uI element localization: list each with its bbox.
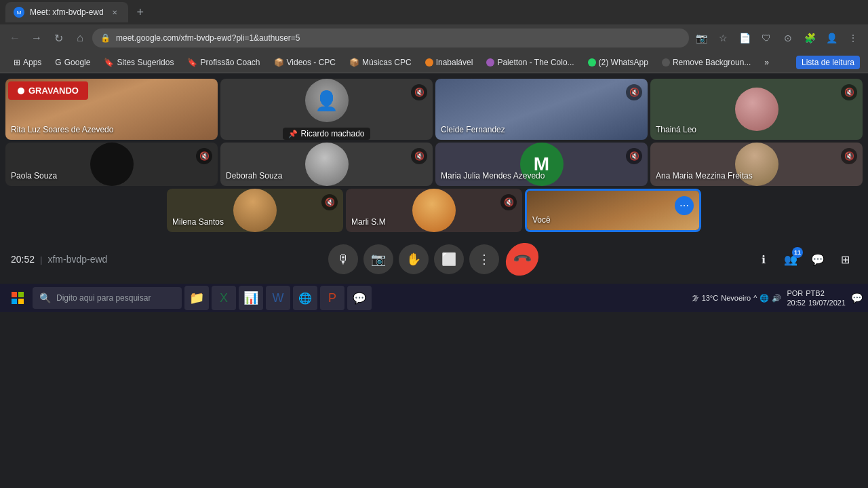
bookmark-inab[interactable]: Inabalável xyxy=(420,56,479,69)
bookmark-more[interactable]: » xyxy=(759,56,774,69)
cam-button[interactable]: 📷 xyxy=(363,244,393,274)
shield-button[interactable]: 🛡 xyxy=(757,29,776,48)
toolbar-center: 🎙 📷 ✋ ⬜ ⋮ 📞 xyxy=(328,244,540,274)
ricardo-name-badge: 📌 Ricardo machado xyxy=(283,128,370,140)
cleide-mute-icon: 🔇 xyxy=(626,84,642,100)
bookmark-musicas[interactable]: 📦 Músicas CPC xyxy=(344,56,417,69)
people-count: 11 xyxy=(792,247,803,258)
tile-deborah[interactable]: 🔇 Deborah Souza xyxy=(220,143,433,186)
voce-options-button[interactable]: ⋯ xyxy=(675,196,694,215)
recording-label: GRAVANDO xyxy=(28,86,79,96)
voce-name: Você xyxy=(532,215,551,225)
tray-expand[interactable]: ^ xyxy=(753,294,757,302)
extensions-button[interactable]: 🧩 xyxy=(800,29,819,48)
tab-title: Meet: xfm-bvdp-ewd xyxy=(30,7,104,17)
taskbar-apps: 📁 X 📊 W 🌐 P 💬 xyxy=(184,286,372,310)
raise-hand-button[interactable]: ✋ xyxy=(399,244,429,274)
ricardo-content: 👤 📌 Ricardo machado xyxy=(283,79,370,140)
taskbar-app-powerpoint[interactable]: P xyxy=(320,286,344,310)
paletton-dot xyxy=(486,58,494,67)
network-icon: 🌐 xyxy=(760,294,769,303)
grid-row-1: Rita Luz Soares de Azevedo 🔇 👤 📌 Ricardo… xyxy=(5,79,863,140)
tile-cleide[interactable]: 🔇 Cleide Fernandez xyxy=(435,79,648,140)
bookmark-google[interactable]: G Google xyxy=(50,56,96,69)
clock-time: 20:52 xyxy=(787,298,806,307)
marli-avatar xyxy=(412,189,456,232)
bookmark-whatsapp-label: (2) WhatsApp xyxy=(599,58,648,67)
camera-button[interactable]: 📷 xyxy=(692,29,711,48)
clock-date: 19/07/2021 xyxy=(808,298,846,307)
new-tab-button[interactable]: + xyxy=(131,3,150,22)
svg-rect-2 xyxy=(12,299,17,304)
taskbar-app-whatsapp[interactable]: 💬 xyxy=(347,286,372,310)
bookmarks-bar: ⊞ Apps G Google 🔖 Sites Sugeridos 🔖 Prof… xyxy=(0,52,868,73)
tab-favicon: M xyxy=(14,7,24,18)
people-button[interactable]: 👥 11 xyxy=(778,247,803,271)
google-icon: G xyxy=(55,58,61,67)
app3-icon: 📊 xyxy=(243,290,258,305)
tile-milena[interactable]: 🔇 Milena Santos xyxy=(167,189,343,232)
ricardo-mute-icon: 🔇 xyxy=(411,84,427,100)
address-bar[interactable]: 🔒 meet.google.com/xfm-bvdp-ewd?pli=1&aut… xyxy=(92,29,689,48)
bookmark-star-button[interactable]: ☆ xyxy=(713,29,732,48)
tile-thaina[interactable]: 🔇 Thainá Leo xyxy=(650,79,863,140)
tile-voce[interactable]: ⋯ Você xyxy=(525,189,701,232)
taskbar-app-app3[interactable]: 📊 xyxy=(239,286,263,310)
bookmark-profissao-label: Profissão Coach xyxy=(200,58,260,67)
bookmark-lista[interactable]: Lista de leitura xyxy=(796,56,860,69)
profile-button[interactable]: 👤 xyxy=(822,29,841,48)
refresh-button[interactable]: ↻ xyxy=(49,29,68,48)
tile-ricardo[interactable]: 🔇 👤 📌 Ricardo machado xyxy=(220,79,433,140)
start-button[interactable] xyxy=(5,286,30,310)
back-button[interactable]: ← xyxy=(5,29,24,48)
info-button[interactable]: ℹ xyxy=(751,247,776,271)
meeting-time: 20:52 xyxy=(11,254,35,265)
recording-badge: GRAVANDO xyxy=(8,81,88,100)
mic-button[interactable]: 🎙 xyxy=(328,244,358,274)
tile-paola[interactable]: 🔇 Paola Souza xyxy=(5,143,218,186)
deborah-mute-icon: 🔇 xyxy=(411,148,427,164)
sites-icon: 🔖 xyxy=(104,58,114,67)
tile-anamaria[interactable]: 🔇 Ana Maria Mezzina Freitas xyxy=(650,143,863,186)
thaina-mute-icon: 🔇 xyxy=(841,84,857,100)
taskbar-app-excel[interactable]: X xyxy=(212,286,236,310)
bookmark-remove-bg[interactable]: Remove Backgroun... xyxy=(656,56,756,69)
more-options-button[interactable]: ⋮ xyxy=(469,244,499,274)
bookmark-paletton[interactable]: Paletton - The Colo... xyxy=(481,56,579,69)
home-button[interactable]: ⌂ xyxy=(71,29,90,48)
bookmark-apps[interactable]: ⊞ Apps xyxy=(8,56,47,69)
deborah-name: Deborah Souza xyxy=(226,171,282,181)
notifications-icon[interactable]: 💬 xyxy=(851,293,863,303)
taskbar-whatsapp-icon: 💬 xyxy=(353,292,366,305)
forward-button[interactable]: → xyxy=(27,29,46,48)
taskbar-right: 🌫 13°C Nevoeiro ^ 🌐 🔊 POR PTB2 20:52 19/… xyxy=(692,288,863,308)
opera-button[interactable]: ⊙ xyxy=(778,29,797,48)
recording-dot xyxy=(18,88,24,94)
bookmark-videos[interactable]: 📦 Videos - CPC xyxy=(269,56,341,69)
taskbar-app-chrome[interactable]: 🌐 xyxy=(293,286,317,310)
thaina-avatar xyxy=(735,88,778,131)
bookmark-sites[interactable]: 🔖 Sites Sugeridos xyxy=(98,56,179,69)
bookmark-whatsapp[interactable]: (2) WhatsApp xyxy=(583,56,654,69)
tile-marli[interactable]: 🔇 Marli S.M xyxy=(346,189,522,232)
activities-button[interactable]: ⊞ xyxy=(833,247,857,271)
tile-maria[interactable]: M 🔇 Maria Julia Mendes Azevedo xyxy=(435,143,648,186)
taskbar-search[interactable]: 🔍 Digito aqui para pesquisar xyxy=(33,287,182,309)
end-call-button[interactable]: 📞 xyxy=(499,236,545,282)
chrome-icon: 🌐 xyxy=(298,292,312,305)
anamaria-mute-icon: 🔇 xyxy=(841,148,857,164)
svg-rect-3 xyxy=(18,299,24,304)
weather-text: Nevoeiro xyxy=(721,294,751,302)
bookmark-profissao[interactable]: 🔖 Profissão Coach xyxy=(182,56,265,69)
sys-tray: 🌫 13°C Nevoeiro ^ 🌐 🔊 xyxy=(692,294,782,303)
taskbar-app-word[interactable]: W xyxy=(266,286,290,310)
active-tab[interactable]: M Meet: xfm-bvdp-ewd ✕ xyxy=(5,2,128,22)
present-button[interactable]: ⬜ xyxy=(434,244,464,274)
lista-label: Lista de leitura xyxy=(802,58,854,67)
tab-close-button[interactable]: ✕ xyxy=(109,7,120,18)
more-button[interactable]: ⋮ xyxy=(844,29,863,48)
taskbar-app-filemanager[interactable]: 📁 xyxy=(184,286,209,310)
svg-rect-1 xyxy=(18,292,24,297)
pdf-button[interactable]: 📄 xyxy=(735,29,754,48)
chat-button[interactable]: 💬 xyxy=(806,247,830,271)
